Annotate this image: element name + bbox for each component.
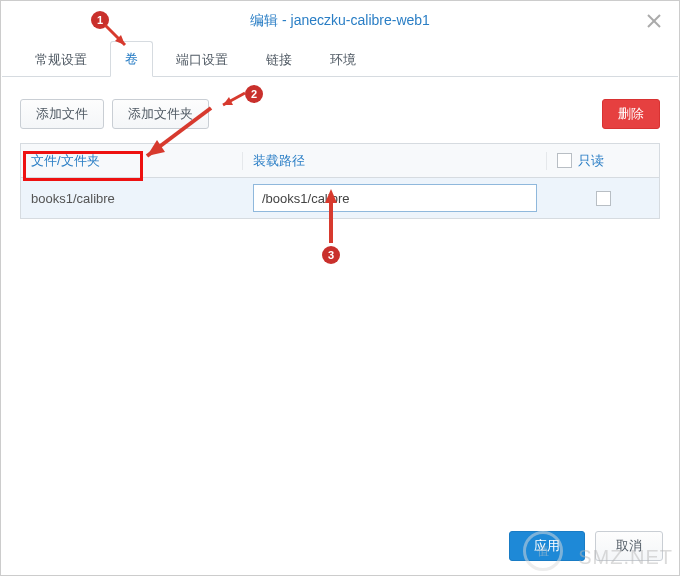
add-file-button[interactable]: 添加文件 [20, 99, 104, 129]
delete-button[interactable]: 删除 [602, 99, 660, 129]
tab-ports[interactable]: 端口设置 [161, 41, 243, 77]
col-readonly-label: 只读 [578, 152, 604, 170]
add-folder-button[interactable]: 添加文件夹 [112, 99, 209, 129]
tab-links[interactable]: 链接 [251, 41, 307, 77]
page-title: 编辑 - janeczku-calibre-web1 [250, 12, 430, 30]
close-icon[interactable] [644, 11, 664, 31]
cell-file: books1/calibre [21, 191, 243, 206]
tab-general[interactable]: 常规设置 [20, 41, 102, 77]
tab-volumes[interactable]: 卷 [110, 41, 153, 77]
annotation-3: 3 [322, 246, 340, 264]
mount-path-input[interactable] [253, 184, 537, 212]
table-row[interactable]: books1/calibre [21, 178, 659, 218]
tab-env[interactable]: 环境 [315, 41, 371, 77]
tabs: 常规设置 卷 端口设置 链接 环境 [2, 41, 678, 77]
watermark-circle: 值 [523, 531, 563, 571]
highlight-file [23, 151, 143, 181]
watermark: SMZ.NET [578, 546, 673, 569]
col-readonly-header[interactable]: 只读 [547, 152, 659, 170]
readonly-all-checkbox[interactable] [557, 153, 572, 168]
readonly-checkbox[interactable] [596, 191, 611, 206]
col-mount-header[interactable]: 装载路径 [243, 152, 547, 170]
